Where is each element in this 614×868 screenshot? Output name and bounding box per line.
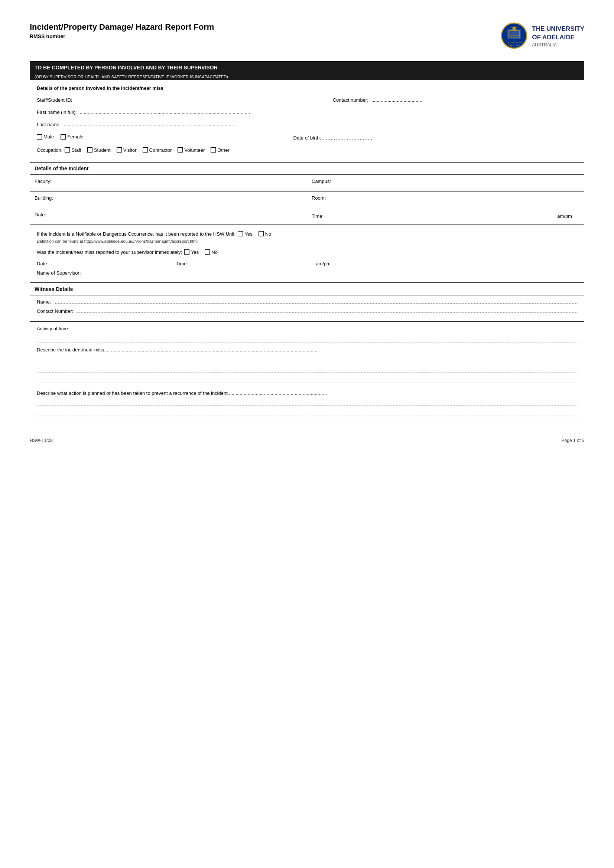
room-label: Room: bbox=[312, 195, 326, 201]
university-country: AUSTRALIA bbox=[532, 42, 584, 48]
report-time-label: Time: bbox=[176, 261, 188, 267]
activity-section: Activity at time: Describe the incident/… bbox=[30, 322, 584, 423]
campus-cell: Campus: bbox=[307, 175, 584, 191]
university-name: THE UNIVERSITY OF ADELAIDE bbox=[532, 25, 584, 41]
notifiable-no-label: No bbox=[265, 231, 272, 237]
section1-header: TO BE COMPLETED BY PERSON INVOLVED AND B… bbox=[30, 62, 584, 73]
notifiable-text: If the incident is a Notifiable or Dange… bbox=[37, 231, 235, 237]
occupation-contractor[interactable]: Contractor bbox=[143, 147, 172, 153]
female-label: Female bbox=[67, 134, 83, 140]
witness-name-row: Name: bbox=[37, 299, 577, 305]
notifiable-no-checkbox[interactable] bbox=[258, 231, 264, 236]
contractor-checkbox[interactable] bbox=[143, 147, 148, 152]
university-info: THE UNIVERSITY OF ADELAIDE AUSTRALIA bbox=[532, 25, 584, 47]
supervisor-no[interactable]: No bbox=[205, 250, 218, 255]
supervisor-no-label: No bbox=[211, 250, 218, 255]
notifiable-yes[interactable]: Yes bbox=[238, 231, 252, 237]
report-date-label: Date: bbox=[37, 261, 48, 267]
incident-time-label: Time: bbox=[312, 213, 323, 219]
form-container: TO BE COMPLETED BY PERSON INVOLVED AND B… bbox=[30, 61, 584, 423]
section2-header: Details of the Incident bbox=[30, 162, 584, 175]
first-name-row: First name (in full): ..................… bbox=[37, 110, 577, 115]
occupation-row: Occupation: Staff Student Visitor Contra… bbox=[37, 147, 577, 153]
activity-line-1 bbox=[37, 335, 577, 343]
occupation-other[interactable]: Other bbox=[211, 147, 230, 153]
notifiable-section: If the incident is a Notifiable or Dange… bbox=[30, 225, 584, 283]
visitor-checkbox[interactable] bbox=[117, 147, 122, 152]
witness-section: Name: Contact Number: bbox=[30, 295, 584, 322]
supervisor-name-row: Name of Supervisor: bbox=[37, 270, 577, 276]
report-ampm-label: am/pm bbox=[316, 261, 331, 267]
contact-label: Contact number: bbox=[333, 97, 368, 103]
first-name-dots: ........................................… bbox=[80, 110, 250, 115]
supervisor-yes[interactable]: Yes bbox=[184, 250, 199, 255]
building-label: Building: bbox=[34, 195, 53, 201]
page-footer: HSW-11/08 Page 1 of 5 bbox=[30, 438, 584, 443]
describe-line-2 bbox=[37, 365, 577, 373]
male-checkbox[interactable] bbox=[37, 134, 42, 140]
section1-body: Details of the person involved in the in… bbox=[30, 80, 584, 162]
volunteer-checkbox[interactable] bbox=[177, 147, 183, 152]
gender-dob-row: Male Female Date of birth:…………………………… bbox=[37, 134, 577, 141]
page-wrapper: Incident/Property Damage/ Hazard Report … bbox=[30, 22, 584, 443]
supervisor-text: Was the incident/near miss reported to y… bbox=[37, 250, 182, 255]
page-header: Incident/Property Damage/ Hazard Report … bbox=[30, 22, 584, 50]
header-left: Incident/Property Damage/ Hazard Report … bbox=[30, 22, 501, 41]
svg-text:SUB CRUCE LUMEN: SUB CRUCE LUMEN bbox=[505, 42, 523, 43]
staff-label: Staff bbox=[72, 147, 81, 153]
supervisor-yes-checkbox[interactable] bbox=[184, 250, 190, 254]
supervisor-yes-label: Yes bbox=[191, 250, 199, 255]
faculty-campus-row: Faculty: Campus: bbox=[30, 175, 584, 192]
staff-checkbox[interactable] bbox=[65, 147, 70, 152]
female-checkbox[interactable] bbox=[61, 134, 66, 140]
dob-label: Date of birth:…………………………… bbox=[294, 135, 374, 141]
notifiable-yes-checkbox[interactable] bbox=[238, 231, 243, 236]
contractor-label: Contractor bbox=[149, 147, 172, 153]
form-title: Incident/Property Damage/ Hazard Report … bbox=[30, 22, 501, 32]
room-cell: Room: bbox=[307, 192, 584, 208]
female-checkbox-group[interactable]: Female bbox=[61, 134, 83, 140]
rmss-line: RMSS number bbox=[30, 33, 253, 41]
occupation-staff[interactable]: Staff bbox=[65, 147, 81, 153]
building-room-row: Building: Room: bbox=[30, 192, 584, 208]
notifiable-no[interactable]: No bbox=[258, 231, 272, 237]
definition-text: Definition can be found at http://www.ad… bbox=[37, 239, 577, 243]
action-line-2 bbox=[37, 409, 577, 416]
building-cell: Building: bbox=[30, 192, 307, 208]
activity-label: Activity at time: bbox=[37, 326, 577, 332]
staff-id-label: Staff/Student ID: bbox=[37, 97, 72, 103]
form-code: HSW-11/08 bbox=[30, 438, 53, 443]
header-right: SUB CRUCE LUMEN THE UNIVERSITY OF ADELAI… bbox=[501, 22, 584, 50]
campus-label: Campus: bbox=[312, 178, 331, 184]
staff-id-value: __ __ __ __ __ __ __ bbox=[75, 97, 175, 103]
last-name-dots: ........................................… bbox=[64, 122, 234, 127]
student-checkbox[interactable] bbox=[87, 147, 92, 152]
page-info: Page 1 of 5 bbox=[562, 438, 584, 443]
occupation-visitor[interactable]: Visitor bbox=[117, 147, 137, 153]
supervisor-no-checkbox[interactable] bbox=[205, 250, 210, 254]
male-label: Male bbox=[44, 134, 54, 140]
last-name-label: Last name: bbox=[37, 122, 61, 127]
witness-contact-label: Contact Number: bbox=[37, 308, 73, 314]
visitor-label: Visitor bbox=[123, 147, 137, 153]
occupation-volunteer[interactable]: Volunteer bbox=[177, 147, 205, 153]
other-checkbox[interactable] bbox=[211, 147, 216, 152]
section1-sub-header: (OR BY SUPERVISOR OR HEALTH AND SAFETY R… bbox=[30, 73, 584, 80]
last-name-row: Last name: .............................… bbox=[37, 122, 577, 127]
other-label: Other bbox=[217, 147, 230, 153]
occupation-student[interactable]: Student bbox=[87, 147, 111, 153]
witness-name-line bbox=[54, 303, 577, 304]
student-label: Student bbox=[94, 147, 111, 153]
action-line-1 bbox=[37, 398, 577, 406]
ampm-label: am/pm bbox=[557, 213, 580, 219]
witness-contact-line bbox=[76, 313, 577, 313]
male-checkbox-group[interactable]: Male bbox=[37, 134, 54, 140]
witness-contact-row: Contact Number: bbox=[37, 308, 577, 314]
first-name-label: First name (in full): bbox=[37, 110, 77, 115]
university-crest-icon: SUB CRUCE LUMEN bbox=[501, 22, 527, 50]
faculty-cell: Faculty: bbox=[30, 175, 307, 191]
volunteer-label: Volunteer bbox=[184, 147, 205, 153]
report-date-time-row: Date: Time: am/pm bbox=[37, 261, 577, 267]
staff-contact-row: Staff/Student ID: __ __ __ __ __ __ __ C… bbox=[37, 97, 577, 103]
contact-dots: ...................................... bbox=[372, 97, 422, 103]
